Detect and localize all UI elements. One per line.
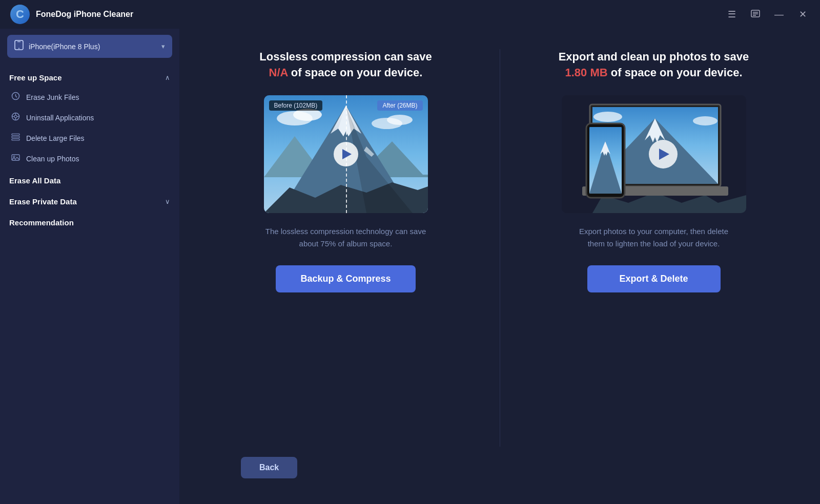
erase-junk-label: Erase Junk Files [26, 93, 79, 101]
device-phone-icon [14, 40, 24, 53]
app-logo: C [10, 5, 30, 24]
after-label: After (26MB) [377, 100, 422, 111]
sidebar-section-free-up-space: Free up Space ∧ Erase Junk Files [0, 66, 179, 169]
uninstall-apps-label: Uninstall Applications [26, 114, 94, 122]
svg-point-11 [14, 115, 17, 118]
section-erase-all-title: Erase All Data [9, 176, 60, 185]
device-chevron-icon: ▾ [161, 43, 165, 50]
export-delete-button[interactable]: Export & Delete [587, 265, 721, 292]
export-heading: Export and clean up photos to save1.80 M… [559, 49, 749, 81]
svg-point-20 [13, 156, 15, 158]
section-erase-all-header[interactable]: Erase All Data [7, 169, 172, 190]
backup-compress-button[interactable]: Backup & Compress [276, 265, 415, 292]
svg-line-9 [16, 96, 17, 98]
menu-button[interactable]: ☰ [725, 7, 739, 22]
export-card: Export and clean up photos to save1.80 M… [531, 49, 777, 447]
svg-point-39 [593, 112, 622, 122]
sidebar-item-clean-photos[interactable]: Clean up Photos [7, 149, 172, 169]
svg-rect-16 [12, 134, 19, 135]
compress-card: Lossless compression can saveN/A of spac… [223, 49, 469, 447]
svg-rect-17 [12, 136, 19, 138]
delete-large-label: Delete Large Files [26, 134, 85, 142]
section-erase-private-chevron: ∨ [165, 198, 170, 205]
section-free-up-space-chevron: ∧ [165, 74, 170, 81]
sidebar-section-erase-all: Erase All Data [0, 169, 179, 190]
sidebar-section-recommendation: Recommendation [0, 211, 179, 232]
close-button[interactable]: ✕ [795, 7, 810, 22]
svg-point-6 [18, 48, 19, 49]
section-erase-private-header[interactable]: Erase Private Data ∨ [7, 190, 172, 211]
app-title: FoneDog iPhone Cleaner [36, 10, 725, 19]
svg-rect-18 [12, 139, 19, 140]
bottom-bar: Back [210, 447, 789, 489]
compression-image: Before (102MB) After (26MB) [264, 95, 428, 213]
apps-icon [11, 112, 20, 123]
compress-heading: Lossless compression can saveN/A of spac… [259, 49, 432, 81]
main-layout: iPhone(iPhone 8 Plus) ▾ Free up Space ∧ … [0, 29, 820, 504]
clock-icon [11, 92, 20, 103]
section-recommendation-title: Recommendation [9, 218, 74, 227]
back-button[interactable]: Back [241, 457, 297, 478]
content-area: Lossless compression can saveN/A of spac… [179, 29, 820, 504]
svg-point-40 [693, 116, 717, 125]
device-selector[interactable]: iPhone(iPhone 8 Plus) ▾ [7, 35, 172, 58]
sidebar-section-erase-private: Erase Private Data ∨ [0, 190, 179, 211]
clean-photos-label: Clean up Photos [26, 155, 79, 163]
photo-icon [11, 153, 20, 164]
export-play-button[interactable] [649, 140, 678, 169]
window-controls: ☰ — ✕ [725, 7, 810, 22]
sidebar-item-delete-large[interactable]: Delete Large Files [7, 128, 172, 149]
compress-description: The lossless compression technology can … [264, 225, 428, 250]
export-description: Export photos to your computer, then del… [572, 225, 736, 250]
export-device-image [562, 95, 746, 213]
chat-button[interactable] [748, 7, 763, 22]
section-erase-private-title: Erase Private Data [9, 197, 77, 206]
before-label: Before (102MB) [269, 100, 323, 111]
titlebar: C FoneDog iPhone Cleaner ☰ — ✕ [0, 0, 820, 29]
section-free-up-space-header[interactable]: Free up Space ∧ [7, 66, 172, 87]
sidebar-item-erase-junk[interactable]: Erase Junk Files [7, 87, 172, 108]
minimize-button[interactable]: — [772, 7, 786, 22]
section-recommendation-header[interactable]: Recommendation [7, 211, 172, 232]
compress-play-button[interactable] [334, 142, 358, 166]
svg-point-25 [387, 115, 413, 125]
section-free-up-space-title: Free up Space [9, 73, 62, 82]
sidebar: iPhone(iPhone 8 Plus) ▾ Free up Space ∧ … [0, 29, 179, 504]
device-name-label: iPhone(iPhone 8 Plus) [29, 43, 156, 51]
cards-divider [500, 49, 500, 447]
svg-rect-19 [12, 155, 19, 160]
cards-row: Lossless compression can saveN/A of spac… [210, 49, 789, 447]
list-icon [11, 133, 20, 144]
sidebar-item-uninstall-apps[interactable]: Uninstall Applications [7, 108, 172, 128]
